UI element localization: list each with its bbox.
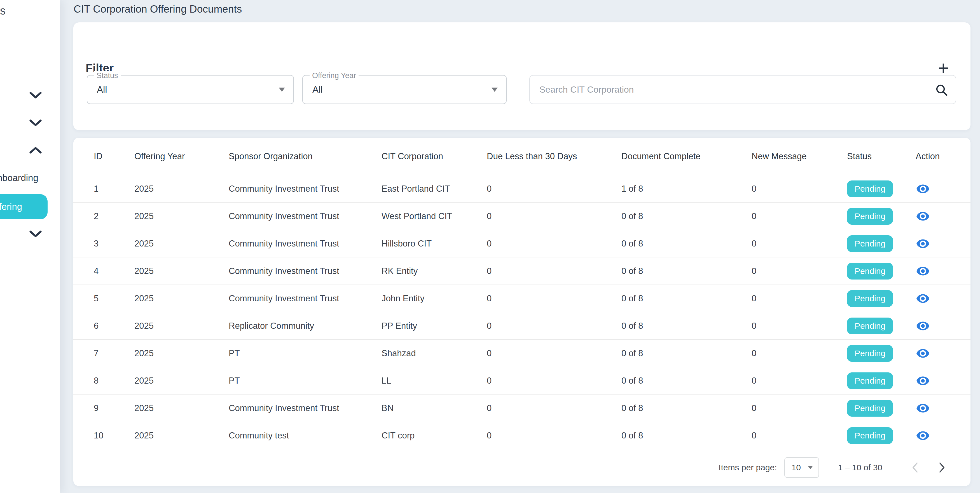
cell-document-complete: 0 of 8	[621, 239, 752, 249]
cell-due-less-than-30-days: 0	[487, 321, 621, 331]
cell-sponsor-organization: Community Investment Trust	[229, 211, 382, 221]
status-badge: Pending	[847, 372, 893, 389]
cell-cit-corporation: CIT corp	[382, 431, 487, 441]
status-badge: Pending	[847, 263, 893, 280]
eye-icon	[916, 347, 930, 360]
cell-sponsor-organization: PT	[229, 376, 382, 386]
status-badge: Pending	[847, 400, 893, 417]
cell-id: 3	[94, 239, 134, 249]
cell-id: 5	[94, 294, 134, 304]
cell-action	[916, 291, 964, 306]
table-row: 5 2025 Community Investment Trust John E…	[73, 285, 970, 312]
eye-icon	[916, 374, 930, 388]
chevron-up-icon[interactable]	[29, 146, 42, 154]
cell-document-complete: 0 of 8	[621, 403, 752, 413]
cell-offering-year: 2025	[134, 239, 229, 249]
cell-document-complete: 0 of 8	[621, 321, 752, 331]
table-header-row: ID Offering Year Sponsor Organization CI…	[73, 138, 970, 175]
status-badge: Pending	[847, 208, 893, 225]
column-header-new-message: New Message	[752, 151, 847, 161]
status-badge: Pending	[847, 427, 893, 444]
cell-offering-year: 2025	[134, 211, 229, 221]
cell-action	[916, 237, 964, 251]
chevron-down-icon[interactable]	[29, 119, 42, 126]
cell-cit-corporation: West Portland CIT	[382, 211, 487, 221]
offering-year-select-value: All	[312, 76, 323, 103]
items-per-page-select[interactable]: 10	[784, 457, 819, 478]
cell-status: Pending	[847, 263, 916, 280]
cell-document-complete: 0 of 8	[621, 431, 752, 441]
cell-id: 9	[94, 403, 134, 413]
cell-action	[916, 428, 964, 443]
table-row: 9 2025 Community Investment Trust BN 0 0…	[73, 394, 970, 421]
cell-id: 6	[94, 321, 134, 331]
cell-cit-corporation: PP Entity	[382, 321, 487, 331]
sidebar: s nboarding ffering	[0, 0, 60, 493]
view-button[interactable]	[916, 291, 930, 306]
cell-sponsor-organization: Community Investment Trust	[229, 239, 382, 249]
cell-document-complete: 0 of 8	[621, 348, 752, 358]
cell-sponsor-organization: Community Investment Trust	[229, 184, 382, 194]
chevron-down-icon[interactable]	[29, 92, 42, 99]
items-per-page-label: Items per page:	[719, 463, 777, 472]
view-button[interactable]	[916, 209, 930, 224]
cell-new-message: 0	[752, 239, 847, 249]
page-title: CIT Corporation Offering Documents	[74, 3, 242, 15]
status-badge: Pending	[847, 345, 893, 362]
cell-due-less-than-30-days: 0	[487, 431, 621, 441]
cell-offering-year: 2025	[134, 294, 229, 304]
cell-document-complete: 0 of 8	[621, 266, 752, 276]
items-per-page-value: 10	[792, 463, 801, 472]
view-button[interactable]	[916, 319, 930, 333]
view-button[interactable]	[916, 237, 930, 251]
dropdown-arrow-icon	[492, 87, 498, 92]
cell-due-less-than-30-days: 0	[487, 184, 621, 194]
table-row: 7 2025 PT Shahzad 0 0 of 8 0 Pending	[73, 339, 970, 367]
dropdown-arrow-icon	[279, 87, 285, 92]
status-badge: Pending	[847, 235, 893, 252]
cell-cit-corporation: RK Entity	[382, 266, 487, 276]
sidebar-item-offering-label: ffering	[0, 202, 22, 212]
main-content: CIT Corporation Offering Documents Filte…	[60, 0, 980, 493]
cell-status: Pending	[847, 180, 916, 197]
next-page-button[interactable]	[936, 461, 948, 474]
table-row: 10 2025 Community test CIT corp 0 0 of 8…	[73, 421, 970, 449]
eye-icon	[916, 237, 930, 251]
sidebar-item-onboarding[interactable]: nboarding	[0, 173, 38, 183]
cell-new-message: 0	[752, 376, 847, 386]
cell-action	[916, 181, 964, 196]
cell-cit-corporation: East Portland CIT	[382, 184, 487, 194]
cell-document-complete: 0 of 8	[621, 211, 752, 221]
search-icon[interactable]	[935, 83, 948, 97]
view-button[interactable]	[916, 401, 930, 415]
view-button[interactable]	[916, 264, 930, 278]
search-input[interactable]	[539, 76, 926, 103]
offering-year-select[interactable]: Offering Year All	[302, 75, 507, 104]
cell-offering-year: 2025	[134, 321, 229, 331]
previous-page-button[interactable]	[909, 461, 921, 474]
cell-due-less-than-30-days: 0	[487, 403, 621, 413]
view-button[interactable]	[916, 428, 930, 443]
dropdown-arrow-icon	[808, 466, 813, 469]
cell-cit-corporation: Shahzad	[382, 348, 487, 358]
cell-cit-corporation: Hillsboro CIT	[382, 239, 487, 249]
cell-id: 2	[94, 211, 134, 221]
column-header-status: Status	[847, 151, 916, 161]
sidebar-item-offering-active[interactable]: ffering	[0, 194, 48, 219]
cell-new-message: 0	[752, 294, 847, 304]
chevron-down-icon[interactable]	[29, 230, 42, 237]
view-button[interactable]	[916, 346, 930, 361]
eye-icon	[916, 319, 930, 333]
cell-action	[916, 401, 964, 415]
table-row: 6 2025 Replicator Community PP Entity 0 …	[73, 312, 970, 339]
cell-action	[916, 374, 964, 388]
table-row: 3 2025 Community Investment Trust Hillsb…	[73, 230, 970, 257]
column-header-due-less-than-30-days: Due Less than 30 Days	[487, 151, 621, 161]
view-button[interactable]	[916, 181, 930, 196]
view-button[interactable]	[916, 374, 930, 388]
table-row: 4 2025 Community Investment Trust RK Ent…	[73, 257, 970, 285]
status-select[interactable]: Status All	[87, 75, 294, 104]
sidebar-title-fragment: s	[0, 5, 6, 17]
cell-status: Pending	[847, 427, 916, 444]
column-header-action: Action	[916, 151, 964, 161]
